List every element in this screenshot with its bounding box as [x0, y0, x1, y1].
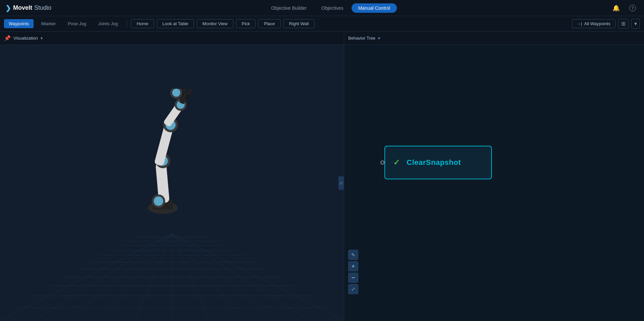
node-label: ClearSnapshot [407, 158, 461, 167]
clear-snapshot-node[interactable]: ✓ ClearSnapshot [384, 146, 492, 179]
waypoint-pick[interactable]: Pick [236, 19, 256, 28]
all-waypoints-arrow-icon: →| [577, 21, 582, 26]
behavior-tree-panel[interactable]: Behavior Tree ▾ ✓ ClearSnapshot ✎ + − ⤢ [344, 32, 644, 321]
fit-icon: ⤢ [351, 286, 355, 292]
waypoint-right-wall[interactable]: Right Wall [283, 19, 315, 28]
svg-point-42 [172, 89, 180, 97]
help-icon: ? [629, 5, 636, 11]
split-handle[interactable]: ⇄ [338, 176, 344, 190]
waypoint-monitor-view[interactable]: Monitor View [197, 19, 233, 28]
toolbar-divider [127, 20, 127, 28]
top-nav: ❯ MoveIt Studio Objective Builder Object… [0, 0, 644, 16]
robot-arm [131, 89, 215, 216]
tab-imarker[interactable]: IMarker [36, 19, 60, 28]
bell-icon: 🔔 [612, 5, 620, 11]
nav-objective-builder[interactable]: Objective Builder [264, 3, 313, 13]
logo-moveit: MoveIt [13, 4, 32, 11]
waypoint-home[interactable]: Home [131, 19, 154, 28]
bt-title: Behavior Tree [348, 36, 375, 41]
viz-title: Visualization [13, 36, 38, 41]
zoom-in-button[interactable]: + [348, 261, 358, 271]
all-waypoints-label: All Waypoints [584, 21, 610, 26]
bt-chevron-icon[interactable]: ▾ [378, 36, 380, 41]
toolbar-right: →| All Waypoints ⊞ ▾ [572, 19, 640, 29]
viz-chevron-icon[interactable]: ▾ [41, 36, 43, 41]
logo-studio: Studio [34, 4, 51, 11]
waypoint-look-at-table[interactable]: Look at Table [157, 19, 194, 28]
edit-tool-button[interactable]: ✎ [348, 250, 358, 260]
visualization-panel: 📌 Visualization ▾ [0, 32, 344, 321]
node-connector [380, 160, 384, 165]
tab-waypoints[interactable]: Waypoints [4, 19, 34, 28]
zoom-out-button[interactable]: − [348, 273, 358, 283]
layout-icon: ⊞ [621, 21, 626, 27]
help-button[interactable]: ? [627, 3, 639, 13]
zoom-in-icon: + [352, 263, 355, 269]
svg-rect-40 [187, 89, 193, 95]
bt-header: Behavior Tree ▾ [344, 32, 644, 45]
tab-joints-jog[interactable]: Joints Jog [93, 19, 123, 28]
node-success-icon: ✓ [393, 158, 400, 167]
toolbar: Waypoints IMarker Pose Jog Joints Jog Ho… [0, 16, 644, 32]
nav-objectives[interactable]: Objectives [315, 3, 350, 13]
main-content: 📌 Visualization ▾ [0, 32, 644, 321]
all-waypoints-button[interactable]: →| All Waypoints [572, 19, 615, 28]
viz-header: 📌 Visualization ▾ [0, 32, 344, 45]
waypoint-place[interactable]: Place [258, 19, 281, 28]
split-handle-icon: ⇄ [339, 181, 343, 185]
notification-bell-button[interactable]: 🔔 [610, 3, 623, 13]
logo: ❯ MoveIt Studio [5, 4, 51, 12]
nav-manual-control[interactable]: Manual Control [352, 3, 397, 13]
svg-point-27 [154, 196, 163, 206]
fit-view-button[interactable]: ⤢ [348, 284, 358, 294]
layout-chevron-button[interactable]: ▾ [631, 19, 640, 29]
bt-tools: ✎ + − ⤢ [348, 250, 358, 294]
zoom-out-icon: − [352, 274, 355, 281]
pin-icon: 📌 [4, 35, 11, 41]
nav-center: Objective Builder Objectives Manual Cont… [264, 3, 397, 13]
layout-toggle-button[interactable]: ⊞ [618, 19, 629, 29]
edit-icon: ✎ [351, 252, 355, 258]
logo-arrow: ❯ [5, 4, 11, 12]
tab-pose-jog[interactable]: Pose Jog [63, 19, 91, 28]
chevron-down-icon: ▾ [634, 21, 637, 27]
nav-right: 🔔 ? [610, 3, 639, 13]
viz-canvas[interactable]: ⇄ [0, 45, 344, 321]
